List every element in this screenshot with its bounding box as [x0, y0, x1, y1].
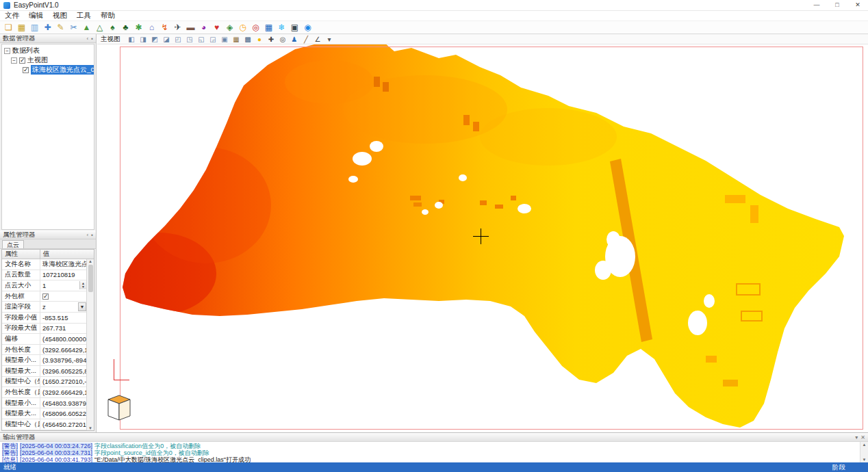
- scroll-down-icon[interactable]: ▼: [863, 458, 867, 462]
- tool-icon[interactable]: ✚: [41, 22, 54, 34]
- view-iso-icon[interactable]: ◱: [196, 35, 207, 44]
- checkbox[interactable]: [42, 293, 49, 300]
- property-row[interactable]: 点云数量 107210819 ▲▼ ▼: [2, 270, 86, 281]
- view-front-icon[interactable]: ◧: [126, 35, 138, 44]
- crosshair-tool-icon[interactable]: ✚: [266, 35, 277, 44]
- image-icon[interactable]: ▩: [242, 35, 254, 44]
- log-area: [警告][2025-06-04 00:03:24.726]字段classific…: [0, 442, 860, 462]
- orbit-icon[interactable]: ◎: [277, 35, 289, 44]
- snapshot-icon[interactable]: ▦: [231, 35, 242, 44]
- close-icon[interactable]: ✕: [860, 434, 865, 441]
- main-view-checkbox[interactable]: [19, 57, 25, 64]
- property-row[interactable]: 模型最小... (454803.938796,2... ▲▼ ▼: [2, 398, 86, 409]
- vegetation-icon[interactable]: ✱: [132, 22, 145, 34]
- menu-item[interactable]: 文件: [0, 11, 24, 21]
- tree-node-data-list[interactable]: − 数据列表: [2, 46, 94, 55]
- property-row[interactable]: 模型中心（原... (456450.272010,2... ▲▼ ▼: [2, 419, 86, 430]
- view-bottom-icon[interactable]: ◳: [184, 35, 196, 44]
- output-scrollbar[interactable]: ▲ ▼: [860, 442, 868, 462]
- property-row[interactable]: 字段最大值 267.731 ▲▼ ▼: [2, 324, 86, 335]
- property-value: (3296.605225,868... ▲▼ ▼: [40, 366, 86, 376]
- property-row[interactable]: 模型最大... (458096.605225,2... ▲▼ ▼: [2, 408, 86, 419]
- tree-node-main-view[interactable]: − 主视图: [2, 55, 94, 65]
- scroll-up-icon[interactable]: ▲: [863, 443, 867, 447]
- expander-icon[interactable]: −: [11, 57, 17, 64]
- pin-icon[interactable]: ▪: [91, 232, 93, 238]
- property-row[interactable]: 模型最小... (3.938796,-894.67... ▲▼ ▼: [2, 355, 86, 366]
- building-icon[interactable]: ⌂: [145, 22, 158, 34]
- data-manager-header: 数据管理器 ‹ ▪: [0, 34, 96, 43]
- property-row[interactable]: 字段最小值 -853.515 ▲▼ ▼: [2, 313, 86, 324]
- angle-icon[interactable]: ∠: [312, 35, 324, 44]
- navigation-cube[interactable]: [103, 390, 133, 423]
- menu-item[interactable]: 帮助: [96, 11, 120, 21]
- dropdown-icon[interactable]: ▾: [855, 434, 858, 441]
- more-dropdown-icon[interactable]: ▾: [324, 35, 335, 44]
- property-row[interactable]: 模型最大... (3296.605225,868... ▲▼ ▼: [2, 366, 86, 377]
- clip-icon[interactable]: ✂: [67, 22, 80, 34]
- save-icon[interactable]: ▦: [15, 22, 28, 34]
- measure-tool-icon[interactable]: ✎: [54, 22, 67, 34]
- target-icon[interactable]: ◎: [249, 22, 262, 34]
- tree-node-layer[interactable]: 珠海校区激光点云_cliped: [2, 65, 94, 75]
- menu-item[interactable]: 工具: [72, 11, 96, 21]
- sun-icon[interactable]: ●: [254, 35, 266, 44]
- layer-checkbox[interactable]: [23, 67, 29, 73]
- view-top-icon[interactable]: ◰: [173, 35, 184, 44]
- view-iso2-icon[interactable]: ◲: [207, 35, 219, 44]
- grid-icon[interactable]: ▦: [262, 22, 275, 34]
- heart-icon[interactable]: ♥: [210, 22, 223, 34]
- menu-item[interactable]: 编辑: [24, 11, 48, 21]
- property-label: 外包长度: [2, 345, 40, 355]
- property-row[interactable]: 模型中心（坐... (1650.272010,-12... ▲▼ ▼: [2, 377, 86, 388]
- person-icon[interactable]: ♟: [289, 35, 301, 44]
- menu-item[interactable]: 视图: [48, 11, 72, 21]
- forest-icon[interactable]: ♣: [119, 22, 132, 34]
- minimize-button[interactable]: —: [806, 0, 827, 10]
- camera-icon[interactable]: ▣: [288, 22, 301, 34]
- open-file-icon[interactable]: ❏: [2, 22, 15, 34]
- property-row[interactable]: 偏移 (454800.000000,2... ▲▼ ▼: [2, 334, 86, 345]
- property-row[interactable]: 外包框 ▲▼ ▼: [2, 291, 86, 302]
- pin-icon[interactable]: ▪: [91, 36, 93, 42]
- view-right-icon[interactable]: ◪: [161, 35, 173, 44]
- render-canvas[interactable]: [97, 44, 868, 432]
- view-back-icon[interactable]: ◨: [138, 35, 149, 44]
- terrain-icon[interactable]: ▲: [80, 22, 93, 34]
- property-scrollbar[interactable]: ▲ ▼: [86, 259, 94, 430]
- dropdown-arrow-icon[interactable]: ▼: [78, 302, 86, 311]
- scroll-up-icon[interactable]: ▲: [88, 259, 92, 263]
- globe-icon[interactable]: ◉: [301, 22, 314, 34]
- spinner[interactable]: ▲▼: [79, 281, 86, 289]
- expander-icon[interactable]: −: [4, 48, 10, 54]
- property-row[interactable]: 文件名称 珠海校区激光点云... ▲▼ ▼: [2, 259, 86, 270]
- scroll-down-icon[interactable]: ▼: [88, 426, 92, 430]
- classify-icon[interactable]: ◕: [197, 22, 210, 34]
- export-icon[interactable]: ▥: [28, 22, 41, 34]
- powerline-icon[interactable]: ↯: [158, 22, 171, 34]
- snowflake-icon[interactable]: ❄: [275, 22, 288, 34]
- property-row[interactable]: 外包长度（原... (3292.666429,176... ▲▼ ▼: [2, 387, 86, 398]
- airplane-icon[interactable]: ✈: [171, 22, 184, 34]
- ground-icon[interactable]: ▬: [184, 22, 197, 34]
- viewport-tab[interactable]: 主视图: [101, 35, 120, 44]
- ruler-icon[interactable]: ╱: [301, 35, 312, 44]
- close-button[interactable]: ✕: [847, 0, 868, 10]
- property-row[interactable]: 渲染字段 z ▲▼ ▼: [2, 302, 86, 313]
- scroll-thumb[interactable]: [88, 265, 93, 292]
- collapse-icon[interactable]: ‹: [86, 36, 88, 42]
- property-row[interactable]: 外包长度 (3292.666429,176... ▲▼ ▼: [2, 345, 86, 356]
- property-row[interactable]: 点云大小 1 ▲▼ ▼: [2, 280, 86, 291]
- tree-icon[interactable]: ♠: [106, 22, 119, 34]
- collapse-icon[interactable]: ‹: [86, 232, 88, 238]
- view-reset-icon[interactable]: ▣: [219, 35, 231, 44]
- maximize-button[interactable]: □: [827, 0, 847, 10]
- property-label: 模型最小...: [2, 355, 40, 365]
- view-left-icon[interactable]: ◩: [149, 35, 161, 44]
- clock-icon[interactable]: ◷: [236, 22, 249, 34]
- tab-pointcloud[interactable]: 点云: [2, 240, 24, 248]
- log-line: [警告][2025-06-04 00:03:24.731]字段point_sou…: [2, 449, 860, 456]
- mountain-icon[interactable]: △: [93, 22, 106, 34]
- shield-icon[interactable]: ◈: [223, 22, 236, 34]
- viewport-toolbar: 主视图 ◧ ◨ ◩ ◪ ◰ ◳ ◱ ◲ ▣ ▦ ▩: [97, 34, 868, 44]
